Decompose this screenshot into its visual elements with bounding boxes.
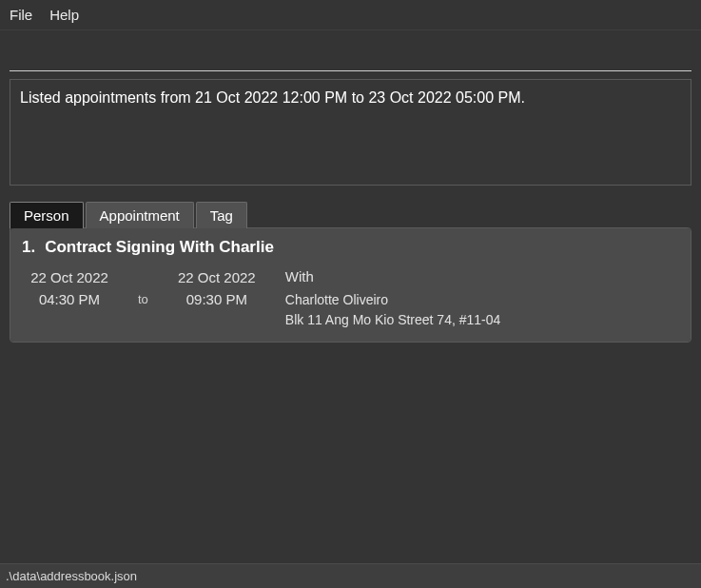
with-name: Charlotte Oliveiro	[285, 290, 500, 310]
appointment-body: 22 Oct 2022 04:30 PM to 22 Oct 2022 09:3…	[22, 266, 679, 330]
statusbar-path: .\data\addressbook.json	[6, 569, 137, 583]
content-area: Listed appointments from 21 Oct 2022 12:…	[0, 30, 701, 343]
end-time: 09:30 PM	[171, 288, 263, 310]
appointment-title: Contract Signing With Charlie	[45, 238, 274, 257]
menubar: File Help	[0, 0, 701, 30]
appointment-card[interactable]: 1. Contract Signing With Charlie 22 Oct …	[10, 228, 691, 342]
start-datetime: 22 Oct 2022 04:30 PM	[24, 266, 115, 311]
appointment-index: 1.	[22, 238, 35, 257]
tab-appointment[interactable]: Appointment	[86, 202, 194, 228]
with-address: Blk 11 Ang Mo Kio Street 74, #11-04	[285, 310, 500, 330]
tab-tag[interactable]: Tag	[196, 202, 247, 228]
tab-bar: Person Appointment Tag	[10, 201, 691, 227]
to-label: to	[138, 290, 148, 306]
menu-file[interactable]: File	[10, 7, 32, 23]
result-message-box: Listed appointments from 21 Oct 2022 12:…	[10, 79, 691, 186]
end-datetime: 22 Oct 2022 09:30 PM	[171, 266, 263, 311]
statusbar: .\data\addressbook.json	[0, 563, 701, 588]
menu-help[interactable]: Help	[49, 7, 79, 23]
appointment-title-row: 1. Contract Signing With Charlie	[22, 238, 679, 257]
list-panel: 1. Contract Signing With Charlie 22 Oct …	[10, 227, 691, 343]
end-date: 22 Oct 2022	[171, 266, 263, 288]
result-message: Listed appointments from 21 Oct 2022 12:…	[20, 89, 681, 107]
tab-person[interactable]: Person	[10, 202, 84, 228]
start-time: 04:30 PM	[24, 288, 115, 310]
appointment-details: With Charlotte Oliveiro Blk 11 Ang Mo Ki…	[285, 266, 500, 330]
with-label: With	[285, 266, 500, 288]
divider	[10, 70, 691, 71]
start-date: 22 Oct 2022	[24, 266, 115, 288]
